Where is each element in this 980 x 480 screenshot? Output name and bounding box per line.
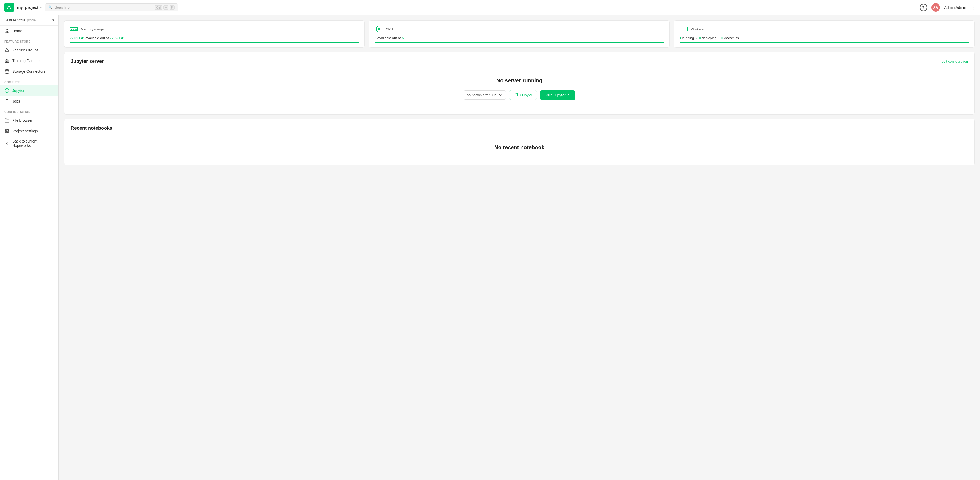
selector-chevron-icon: ▾ [52, 18, 54, 22]
svg-point-5 [5, 70, 9, 71]
notebooks-panel-header: Recent notebooks [71, 125, 968, 131]
jupyter-controls: shutdown after 1h 2h 6h 12h 24h [464, 90, 575, 100]
sidebar-item-jobs[interactable]: Jobs [0, 96, 58, 106]
svg-rect-1 [5, 59, 6, 60]
svg-rect-14 [75, 29, 76, 30]
recent-notebooks-body: No recent notebook [71, 136, 968, 158]
sidebar: Feature Store profile ▾ Home Feature Sto… [0, 15, 59, 480]
workers-bar [679, 42, 969, 43]
memory-card: Memory usage 22.59 GB available out of 2… [64, 20, 365, 48]
chevron-down-icon: ▾ [40, 6, 41, 10]
shutdown-select[interactable]: shutdown after 1h 2h 6h 12h 24h [464, 90, 506, 100]
svg-rect-4 [8, 61, 9, 63]
jobs-label: Jobs [12, 99, 20, 103]
svg-rect-13 [73, 29, 75, 30]
database-icon [4, 69, 10, 74]
workers-card: Workers 1 running · 0 deploying · 0 deco… [674, 20, 975, 48]
sidebar-item-storage-connectors[interactable]: Storage Connectors [0, 66, 58, 77]
path-label: /Jupyter [520, 93, 532, 97]
project-selector[interactable]: my_project ▾ [17, 5, 41, 10]
avatar[interactable]: AA [931, 3, 940, 12]
section-feature-store: Feature Store [0, 36, 58, 45]
run-jupyter-button[interactable]: Run Jupyter ↗ [540, 90, 575, 100]
search-icon: 🔍 [48, 5, 52, 10]
jupyter-panel-title: Jupyter server [71, 59, 104, 64]
folder-icon [4, 118, 10, 123]
jupyter-body: No server running shutdown after 1h 2h 6… [71, 70, 968, 108]
selector-profile: profile [27, 18, 36, 22]
sidebar-item-jupyter[interactable]: Jupyter [0, 85, 58, 96]
shutdown-label: shutdown after [467, 93, 490, 97]
topbar: my_project ▾ 🔍 Search for Ctrl + P ? AA … [0, 0, 980, 15]
search-placeholder: Search for [55, 5, 71, 10]
svg-marker-0 [5, 48, 9, 52]
memory-bar [70, 42, 359, 43]
home-label: Home [12, 29, 22, 33]
selector-name: Feature Store [4, 18, 25, 22]
svg-rect-12 [71, 29, 72, 30]
svg-rect-3 [5, 61, 6, 63]
menu-button[interactable]: ⋮ [970, 4, 976, 11]
memory-value: 22.59 GB available out of 22.59 GB [70, 36, 359, 40]
content-area: Memory usage 22.59 GB available out of 2… [59, 15, 980, 480]
feature-groups-label: Feature Groups [12, 48, 38, 52]
shutdown-time-select[interactable]: 1h 2h 6h 12h 24h [492, 93, 503, 97]
home-icon [4, 28, 10, 33]
folder-open-icon [514, 92, 518, 98]
briefcase-icon [4, 98, 10, 104]
svg-rect-9 [5, 100, 9, 103]
memory-title: Memory usage [81, 27, 104, 31]
sidebar-item-file-browser[interactable]: File browser [0, 115, 58, 126]
search-bar[interactable]: 🔍 Search for Ctrl + P [45, 3, 178, 11]
sidebar-item-feature-groups[interactable]: Feature Groups [0, 45, 58, 55]
no-server-text: No server running [496, 78, 542, 84]
cpu-card: CPU 5 available out of 5 [369, 20, 670, 48]
sidebar-item-training-datasets[interactable]: Training Datasets [0, 55, 58, 66]
search-shortcut: Ctrl + P [154, 5, 175, 10]
notebooks-panel-title: Recent notebooks [71, 125, 112, 131]
cpu-value: 5 available out of 5 [375, 36, 664, 40]
sidebar-item-home[interactable]: Home [0, 25, 58, 36]
project-settings-label: Project settings [12, 129, 38, 133]
back-label: Back to current Hopsworks [12, 139, 54, 147]
help-button[interactable]: ? [920, 4, 927, 11]
settings-icon [4, 128, 10, 134]
workers-title: Workers [691, 27, 703, 31]
jupyter-panel-header: Jupyter server edit configuration [71, 59, 968, 64]
username-label: Admin Admin [944, 5, 966, 10]
triangle-icon [4, 48, 10, 53]
svg-rect-2 [8, 59, 9, 60]
app-logo[interactable] [4, 3, 14, 12]
jupyter-icon [4, 88, 10, 93]
back-icon [4, 141, 10, 146]
training-datasets-label: Training Datasets [12, 59, 41, 63]
no-recent-text: No recent notebook [494, 144, 544, 150]
cpu-bar [375, 42, 664, 43]
svg-rect-16 [378, 28, 380, 30]
sidebar-item-project-settings[interactable]: Project settings [0, 126, 58, 136]
grid-icon [4, 58, 10, 63]
cpu-title: CPU [386, 27, 393, 31]
workers-value: 1 running · 0 deploying · 0 decomiss. [679, 36, 969, 40]
jupyter-label: Jupyter [12, 89, 24, 93]
section-configuration: Configuration [0, 106, 58, 115]
svg-point-10 [6, 130, 8, 132]
cpu-icon [375, 25, 383, 33]
section-compute: Compute [0, 77, 58, 85]
sidebar-item-back[interactable]: Back to current Hopsworks [0, 136, 58, 150]
topbar-right: ? AA Admin Admin ⋮ [920, 3, 976, 12]
storage-connectors-label: Storage Connectors [12, 69, 46, 73]
path-button[interactable]: /Jupyter [509, 90, 537, 100]
sidebar-selector[interactable]: Feature Store profile ▾ [0, 15, 58, 25]
run-jupyter-label: Run Jupyter ↗ [546, 93, 570, 97]
memory-icon [70, 25, 78, 33]
recent-notebooks-panel: Recent notebooks No recent notebook [64, 119, 975, 165]
workers-icon [679, 25, 688, 33]
edit-configuration-link[interactable]: edit configuration [942, 59, 968, 63]
jupyter-panel: Jupyter server edit configuration No ser… [64, 52, 975, 114]
file-browser-label: File browser [12, 118, 32, 122]
project-name: my_project [17, 5, 38, 10]
stats-row: Memory usage 22.59 GB available out of 2… [64, 20, 975, 48]
main-layout: Feature Store profile ▾ Home Feature Sto… [0, 15, 980, 480]
